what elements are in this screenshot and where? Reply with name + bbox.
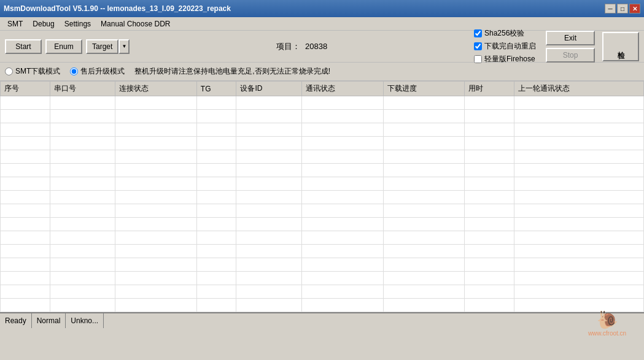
table-row [1,272,644,285]
target-dropdown-arrow[interactable]: ▼ [118,39,130,54]
project-value: 20838 [305,42,327,51]
col-conn-status: 连接状态 [115,82,197,96]
table-row [1,285,644,299]
menu-bar: SMT Debug Settings Manual Choose DDR [0,17,644,31]
table-row [1,96,644,110]
menu-item-manual-ddr[interactable]: Manual Choose DDR [96,18,175,29]
sha256-label: Sha256校验 [484,28,524,39]
sha256-checkbox[interactable] [474,29,482,37]
col-time: 用时 [465,82,514,96]
col-seq: 序号 [1,82,50,96]
light-firehose-row: 轻量版Firehose [474,54,536,64]
verify-button[interactable]: 检验 [602,32,639,61]
minimize-button[interactable]: ─ [605,4,616,13]
table-row [1,164,644,177]
status-ready: Ready [0,313,32,328]
target-button[interactable]: Target [86,39,118,54]
light-firehose-checkbox[interactable] [474,55,482,63]
status-bar: Ready Normal Unkno... [0,312,644,328]
target-dropdown: Target ▼ [86,39,130,54]
sha256-row: Sha256校验 [474,28,536,39]
title-bar-buttons: ─ □ ✕ [605,4,640,13]
main-table: 序号 串口号 连接状态 TG 设备ID 通讯状态 下载进度 用时 上一轮通讯状态 [0,81,644,312]
project-label: 项目： [276,41,300,52]
col-progress: 下载进度 [383,82,465,96]
sale-mode-option: 售后升级模式 [70,66,125,77]
table-header: 序号 串口号 连接状态 TG 设备ID 通讯状态 下载进度 用时 上一轮通讯状态 [1,82,644,96]
table-row [1,204,644,218]
title-bar: MsmDownloadTool V5.1.90 -- lemonades_13_… [0,0,644,17]
col-prev-comm: 上一轮通讯状态 [514,82,643,96]
table-row [1,218,644,231]
watermark: 🐌 www.cfroot.cn [570,305,644,342]
col-device-id: 设备ID [236,82,302,96]
watermark-url: www.cfroot.cn [588,330,626,337]
smt-mode-label: SMT下载模式 [15,66,60,77]
window-title: MsmDownloadTool V5.1.90 -- lemonades_13_… [4,4,231,13]
table-row [1,191,644,204]
menu-item-settings[interactable]: Settings [60,18,96,29]
mode-notice: 整机升级时请注意保持电池电量充足,否则无法正常烧录完成! [134,66,330,77]
table-row [1,177,644,191]
table-row [1,299,644,312]
mode-bar: SMT下载模式 售后升级模式 整机升级时请注意保持电池电量充足,否则无法正常烧录… [0,63,644,81]
exit-button[interactable]: Exit [546,31,595,45]
sale-mode-label: 售后升级模式 [80,66,125,77]
smt-mode-radio[interactable] [5,67,13,75]
checkboxes-area: Sha256校验 下载完自动重启 轻量版Firehose [474,28,536,64]
col-port: 串口号 [50,82,115,96]
col-tg: TG [196,82,236,96]
stop-button[interactable]: Stop [546,48,595,63]
table-container: 序号 串口号 连接状态 TG 设备ID 通讯状态 下载进度 用时 上一轮通讯状态 [0,81,644,312]
start-button[interactable]: Start [5,39,42,54]
enum-button[interactable]: Enum [45,39,82,54]
table-row [1,110,644,123]
table-row [1,123,644,137]
table-row [1,245,644,258]
right-buttons: Exit Stop [546,31,595,63]
close-button[interactable]: ✕ [629,4,640,13]
toolbar: Start Enum Target ▼ 项目： 20838 Sha256校验 下… [0,31,644,63]
menu-item-debug[interactable]: Debug [28,18,59,29]
watermark-icon: 🐌 [597,310,618,330]
project-area: 项目： 20838 [133,41,470,52]
table-body [1,96,644,312]
table-row [1,258,644,272]
table-row [1,150,644,164]
smt-mode-option: SMT下载模式 [5,66,60,77]
table-row [1,231,644,245]
maximize-button[interactable]: □ [617,4,628,13]
status-normal: Normal [32,313,66,328]
table-row [1,137,644,150]
status-unknown: Unkno... [66,313,104,328]
auto-restart-checkbox[interactable] [474,42,482,50]
auto-restart-row: 下载完自动重启 [474,41,536,52]
verify-button-area: 检验 [602,32,639,61]
light-firehose-label: 轻量版Firehose [484,54,535,64]
sale-mode-radio[interactable] [70,67,78,75]
col-comm-status: 通讯状态 [301,82,383,96]
menu-item-smt[interactable]: SMT [2,18,28,29]
auto-restart-label: 下载完自动重启 [484,41,536,52]
